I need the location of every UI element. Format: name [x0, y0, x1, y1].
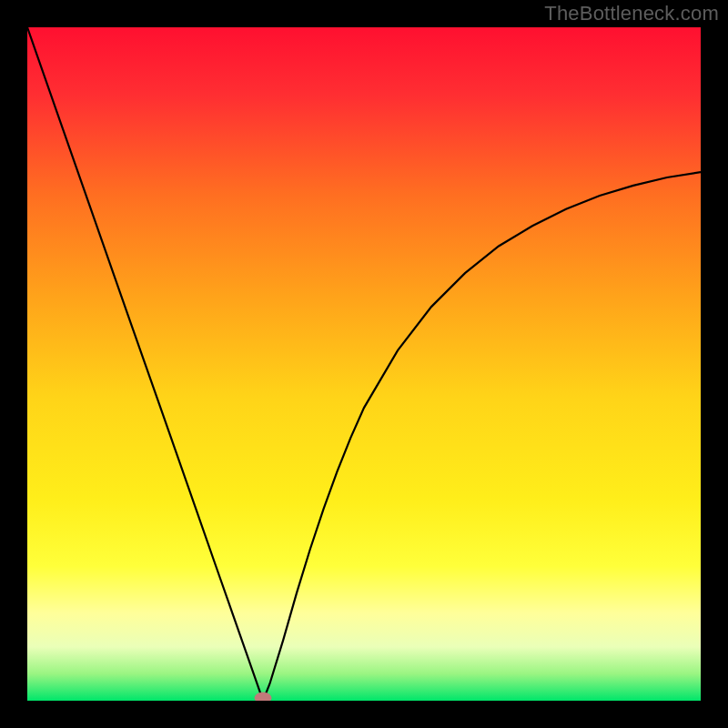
gradient-background — [27, 27, 701, 701]
chart-frame: TheBottleneck.com — [0, 0, 728, 728]
bottleneck-chart-svg — [27, 27, 701, 701]
optimum-marker — [255, 693, 271, 701]
plot-area — [27, 27, 701, 701]
watermark-text: TheBottleneck.com — [544, 2, 719, 25]
